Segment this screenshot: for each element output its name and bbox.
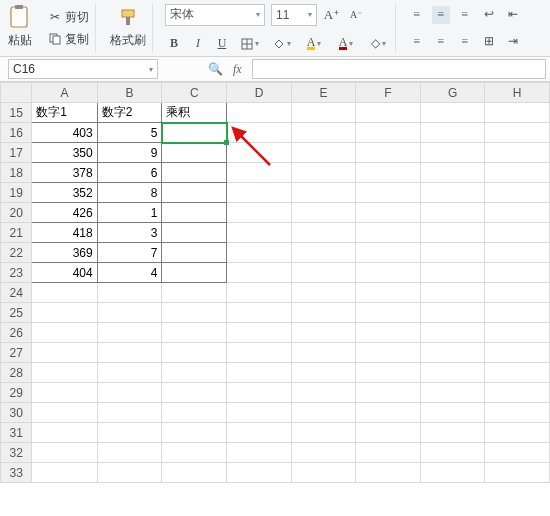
cell-D33[interactable]	[227, 463, 292, 483]
cell-C19[interactable]	[162, 183, 227, 203]
cell-E23[interactable]	[291, 263, 356, 283]
row-header-25[interactable]: 25	[1, 303, 32, 323]
col-header-G[interactable]: G	[420, 83, 485, 103]
cell-C28[interactable]	[162, 363, 227, 383]
cell-G15[interactable]	[420, 103, 485, 123]
highlight-button[interactable]: A ▾	[301, 35, 327, 53]
cell-H20[interactable]	[485, 203, 550, 223]
indent-decrease-button[interactable]: ⇤	[504, 6, 522, 24]
formula-input[interactable]	[252, 59, 546, 79]
cell-F33[interactable]	[356, 463, 420, 483]
row-header-26[interactable]: 26	[1, 323, 32, 343]
col-header-B[interactable]: B	[97, 83, 162, 103]
fx-button[interactable]: fx	[233, 62, 242, 77]
cell-G28[interactable]	[420, 363, 485, 383]
corner-cell[interactable]	[1, 83, 32, 103]
font-size-select[interactable]: 11 ▾	[271, 4, 317, 26]
cell-A22[interactable]: 369	[32, 243, 97, 263]
indent-increase-button[interactable]: ⇥	[504, 33, 522, 51]
cell-H22[interactable]	[485, 243, 550, 263]
row-header-21[interactable]: 21	[1, 223, 32, 243]
cell-C23[interactable]	[162, 263, 227, 283]
cell-E16[interactable]	[291, 123, 356, 143]
cell-F25[interactable]	[356, 303, 420, 323]
cell-A28[interactable]	[32, 363, 97, 383]
font-color-button[interactable]: A ▾	[333, 35, 359, 53]
cell-G20[interactable]	[420, 203, 485, 223]
cell-H30[interactable]	[485, 403, 550, 423]
cell-E15[interactable]	[291, 103, 356, 123]
cell-D30[interactable]	[227, 403, 292, 423]
cell-F23[interactable]	[356, 263, 420, 283]
cell-D16[interactable]	[227, 123, 292, 143]
cell-F27[interactable]	[356, 343, 420, 363]
cell-F21[interactable]	[356, 223, 420, 243]
cell-E30[interactable]	[291, 403, 356, 423]
align-right-button[interactable]: ≡	[456, 33, 474, 51]
cell-G23[interactable]	[420, 263, 485, 283]
cell-E27[interactable]	[291, 343, 356, 363]
cell-F16[interactable]	[356, 123, 420, 143]
cell-C27[interactable]	[162, 343, 227, 363]
cell-E33[interactable]	[291, 463, 356, 483]
row-header-16[interactable]: 16	[1, 123, 32, 143]
cell-A31[interactable]	[32, 423, 97, 443]
cell-H33[interactable]	[485, 463, 550, 483]
cell-E25[interactable]	[291, 303, 356, 323]
cell-B20[interactable]: 1	[97, 203, 162, 223]
cell-A29[interactable]	[32, 383, 97, 403]
cell-H23[interactable]	[485, 263, 550, 283]
cell-D23[interactable]	[227, 263, 292, 283]
row-header-27[interactable]: 27	[1, 343, 32, 363]
cell-B15[interactable]: 数字2	[97, 103, 162, 123]
cell-B24[interactable]	[97, 283, 162, 303]
cell-A25[interactable]	[32, 303, 97, 323]
cell-B16[interactable]: 5	[97, 123, 162, 143]
col-header-D[interactable]: D	[227, 83, 292, 103]
cell-H32[interactable]	[485, 443, 550, 463]
cell-E24[interactable]	[291, 283, 356, 303]
format-painter-button[interactable]: 格式刷	[108, 6, 148, 50]
cell-E20[interactable]	[291, 203, 356, 223]
zoom-icon[interactable]: 🔍	[208, 62, 223, 76]
cell-C30[interactable]	[162, 403, 227, 423]
cell-D29[interactable]	[227, 383, 292, 403]
cell-C32[interactable]	[162, 443, 227, 463]
row-header-28[interactable]: 28	[1, 363, 32, 383]
col-header-F[interactable]: F	[356, 83, 420, 103]
bold-button[interactable]: B	[165, 35, 183, 53]
cell-C24[interactable]	[162, 283, 227, 303]
row-header-32[interactable]: 32	[1, 443, 32, 463]
cell-C26[interactable]	[162, 323, 227, 343]
clear-format-button[interactable]: ◇ ▾	[365, 35, 391, 53]
cell-D22[interactable]	[227, 243, 292, 263]
align-top-button[interactable]: ≡	[408, 6, 426, 24]
cell-B30[interactable]	[97, 403, 162, 423]
cell-B29[interactable]	[97, 383, 162, 403]
cell-A27[interactable]	[32, 343, 97, 363]
cell-C29[interactable]	[162, 383, 227, 403]
row-header-31[interactable]: 31	[1, 423, 32, 443]
cell-H18[interactable]	[485, 163, 550, 183]
cell-H27[interactable]	[485, 343, 550, 363]
cell-E18[interactable]	[291, 163, 356, 183]
cell-D28[interactable]	[227, 363, 292, 383]
row-header-33[interactable]: 33	[1, 463, 32, 483]
cell-G33[interactable]	[420, 463, 485, 483]
cell-F31[interactable]	[356, 423, 420, 443]
row-header-20[interactable]: 20	[1, 203, 32, 223]
cell-H26[interactable]	[485, 323, 550, 343]
cell-H15[interactable]	[485, 103, 550, 123]
cell-E28[interactable]	[291, 363, 356, 383]
cell-B28[interactable]	[97, 363, 162, 383]
cell-B23[interactable]: 4	[97, 263, 162, 283]
spreadsheet-grid[interactable]: ABCDEFGH15数字1数字2乘积1640351735091837861935…	[0, 82, 550, 483]
cell-H28[interactable]	[485, 363, 550, 383]
cell-F17[interactable]	[356, 143, 420, 163]
cell-F15[interactable]	[356, 103, 420, 123]
cell-E32[interactable]	[291, 443, 356, 463]
row-header-17[interactable]: 17	[1, 143, 32, 163]
cell-E17[interactable]	[291, 143, 356, 163]
cell-B26[interactable]	[97, 323, 162, 343]
cell-A17[interactable]: 350	[32, 143, 97, 163]
